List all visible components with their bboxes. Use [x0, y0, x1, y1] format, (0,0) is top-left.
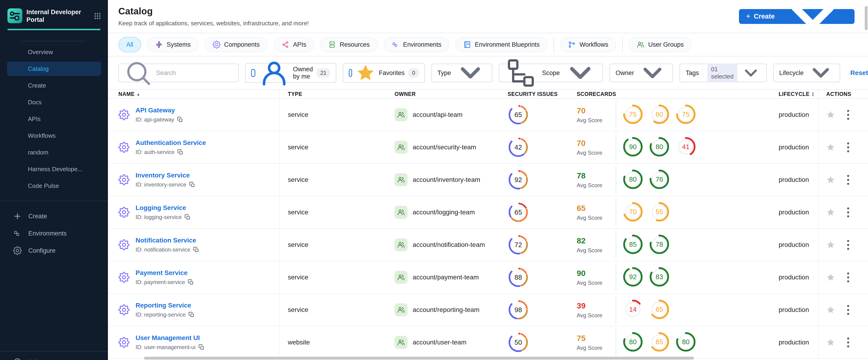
- kebab-menu-icon[interactable]: [846, 271, 850, 284]
- tab-environment-blueprints[interactable]: Environment Blueprints: [455, 37, 548, 52]
- service-gear-icon: [118, 239, 129, 250]
- owner-filter[interactable]: Owner: [610, 64, 673, 82]
- entity-name-link[interactable]: Authentication Service: [135, 139, 206, 146]
- sidebar-item-workflows[interactable]: Workflows: [0, 127, 108, 144]
- sidebar-item-random[interactable]: random: [0, 144, 108, 161]
- kebab-menu-icon[interactable]: [846, 336, 850, 349]
- scorecards-cell: 39 Avg Score 14 65: [570, 294, 776, 326]
- svg-text:78: 78: [656, 241, 663, 248]
- actions-cell: [818, 294, 868, 326]
- sidebar-item-help[interactable]: Help: [0, 351, 108, 360]
- sidebar-item-overview[interactable]: Overview: [0, 44, 108, 60]
- svg-text:65: 65: [656, 338, 663, 346]
- favorite-star-icon[interactable]: [826, 110, 835, 119]
- copy-icon[interactable]: [198, 344, 205, 350]
- scorecards-cell: 82 Avg Score 85 78: [570, 229, 776, 261]
- divider: [22, 41, 86, 41]
- svg-text:92: 92: [515, 176, 522, 183]
- favorite-star-icon[interactable]: [826, 273, 835, 282]
- tab-user-groups[interactable]: User Groups: [629, 37, 692, 52]
- server-icon: [328, 41, 336, 49]
- entity-name-link[interactable]: Logging Service: [135, 204, 186, 211]
- divider: [616, 328, 616, 356]
- favorite-star-icon[interactable]: [826, 338, 835, 347]
- entity-name-link[interactable]: Notification Service: [135, 237, 196, 244]
- column-header-type: TYPE: [280, 91, 388, 97]
- sidebar-item-environments[interactable]: Environments: [0, 225, 108, 242]
- owned-by-me-count: 21: [316, 68, 330, 78]
- entity-name-link[interactable]: Payment Service: [135, 269, 188, 276]
- search-icon: [123, 58, 153, 88]
- svg-text:80: 80: [629, 338, 637, 346]
- favorite-star-icon[interactable]: [826, 175, 835, 184]
- kebab-menu-icon[interactable]: [846, 109, 850, 121]
- favorite-star-icon[interactable]: [826, 240, 835, 249]
- favorite-star-icon[interactable]: [826, 143, 835, 152]
- entity-name-link[interactable]: Inventory Service: [135, 172, 190, 179]
- favorite-star-icon[interactable]: [826, 305, 835, 314]
- kebab-menu-icon[interactable]: [846, 174, 850, 186]
- tags-filter[interactable]: Tags 01 selected: [680, 64, 767, 82]
- owned-by-me-filter[interactable]: Owned by me 21: [245, 63, 336, 83]
- svg-text:60: 60: [656, 111, 663, 118]
- sidebar: Internal Developer Portal OverviewCatalo…: [0, 0, 108, 360]
- plus-icon: +: [746, 11, 750, 21]
- entity-name-link[interactable]: Reporting Service: [135, 302, 191, 309]
- tab-workflows[interactable]: Workflows: [560, 37, 616, 52]
- svg-text:42: 42: [515, 144, 522, 151]
- avg-score: 78 Avg Score: [577, 171, 616, 188]
- column-header-name[interactable]: NAME▲: [108, 90, 280, 98]
- sidebar-item-docs[interactable]: Docs: [0, 94, 108, 111]
- sidebar-item-create[interactable]: Create: [0, 208, 108, 225]
- tab-components[interactable]: Components: [205, 37, 268, 52]
- type-cell: service: [280, 164, 388, 196]
- search-input[interactable]: [156, 69, 238, 77]
- sidebar-item-catalog[interactable]: Catalog: [7, 62, 101, 76]
- scope-filter[interactable]: Scope: [499, 64, 603, 82]
- copy-icon[interactable]: [177, 117, 183, 123]
- tab-resources[interactable]: Resources: [320, 37, 378, 52]
- sidebar-item-code-pulse[interactable]: Code Pulse: [0, 177, 108, 194]
- grid-menu-icon[interactable]: [94, 12, 101, 21]
- sidebar-item-configure[interactable]: Configure: [0, 242, 108, 259]
- kebab-menu-icon[interactable]: [846, 304, 850, 316]
- sidebar-item-apis[interactable]: APIs: [0, 111, 108, 127]
- entity-name-link[interactable]: User Management UI: [135, 334, 200, 341]
- tab-systems[interactable]: Systems: [147, 37, 199, 52]
- tab-environments[interactable]: Environments: [384, 37, 449, 52]
- kebab-menu-icon[interactable]: [846, 206, 850, 219]
- horizontal-scrollbar[interactable]: [144, 357, 694, 360]
- copy-icon[interactable]: [177, 149, 183, 155]
- create-button[interactable]: + Create: [739, 9, 855, 24]
- tab-apis[interactable]: APIs: [274, 37, 314, 52]
- lifecycle-filter[interactable]: Lifecycle: [773, 64, 840, 82]
- scorecards-cell: 65 Avg Score 70 55: [570, 196, 776, 228]
- owned-by-me-checkbox[interactable]: [251, 69, 255, 77]
- copy-icon[interactable]: [185, 214, 190, 220]
- kebab-menu-icon[interactable]: [846, 239, 850, 251]
- sidebar-item-create[interactable]: Create: [0, 77, 108, 94]
- favorites-checkbox[interactable]: [349, 69, 352, 77]
- sidebar-item-harness-develope-[interactable]: Harness Develope...: [0, 161, 108, 177]
- copy-icon[interactable]: [193, 247, 199, 253]
- scorecard-ring: 92: [622, 266, 644, 289]
- avg-score: 39 Avg Score: [577, 301, 616, 319]
- type-cell: service: [280, 131, 388, 163]
- vertical-scrollbar[interactable]: [865, 6, 868, 30]
- reset-button[interactable]: Reset: [850, 69, 868, 77]
- copy-icon[interactable]: [188, 312, 194, 318]
- favorite-star-icon[interactable]: [826, 208, 835, 217]
- chevron-down-icon: [638, 58, 667, 88]
- tab-all[interactable]: All: [118, 37, 141, 52]
- svg-text:80: 80: [656, 143, 663, 150]
- svg-text:70: 70: [629, 208, 637, 215]
- copy-icon[interactable]: [189, 182, 195, 188]
- kebab-menu-icon[interactable]: [846, 141, 850, 154]
- type-filter[interactable]: Type: [431, 64, 492, 82]
- favorites-filter[interactable]: Favorites 0: [343, 63, 425, 83]
- search-box[interactable]: [118, 64, 239, 82]
- table-row: User Management UI ID: user-management-u…: [108, 326, 868, 359]
- copy-icon[interactable]: [188, 279, 194, 285]
- column-header-lifecycle[interactable]: LIFECYCLE▲▼: [776, 90, 818, 98]
- entity-name-link[interactable]: API Gateway: [135, 107, 175, 114]
